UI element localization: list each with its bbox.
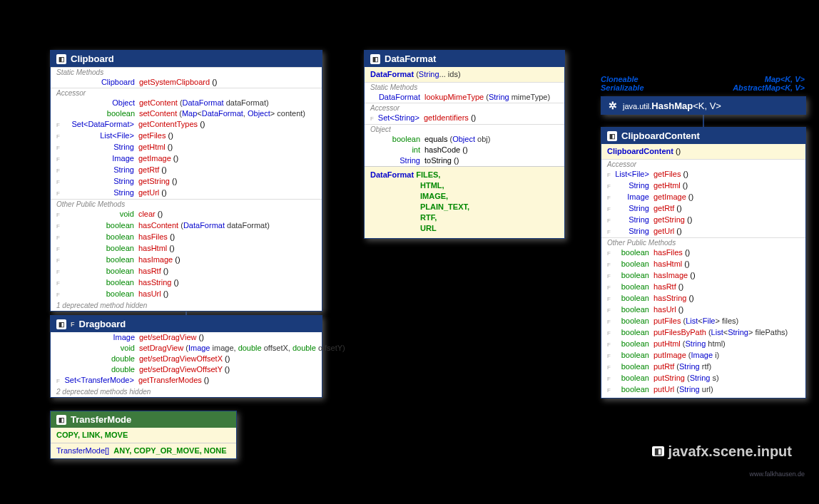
connector-hashmap-cc [703, 115, 704, 128]
package-label: ◧ javafx.scene.input [652, 443, 792, 460]
class-dataformat: ◧DataFormat DataFormat (String... ids) S… [364, 50, 565, 239]
df-fields: DataFormat FILES, HTML, IMAGE, PLAIN_TEX… [365, 166, 564, 238]
cc-hasRtf: FbooleanhasRtf () [601, 282, 805, 293]
transfermode-constants: TransferMode[] ANY, COPY_OR_MOVE, NONE [51, 443, 236, 458]
dataformat-header: ◧DataFormat [365, 51, 564, 67]
interfaces-right: Map<K, V>AbstractMap<K, V> [733, 75, 805, 92]
dragboard-header: ◧FDragboard [51, 316, 322, 332]
class-icon: ◧ [370, 54, 380, 64]
m-getRtf: FStringgetRtf () [51, 165, 322, 176]
cc-getHtml: FStringgetHtml () [601, 180, 805, 192]
m-hashCode: inthashCode () [365, 145, 564, 155]
cc-putString: FbooleanputString (String s) [601, 373, 805, 384]
df-section-object: Object [365, 124, 564, 134]
class-icon: ◧ [56, 54, 66, 64]
m-hasFiles: FbooleanhasFiles () [51, 232, 322, 243]
section-other: Other Public Methods [51, 199, 322, 209]
gear-icon: ✲ [607, 100, 619, 111]
m-lookupMimeType: DataFormatlookupMimeType (String mimeTyp… [365, 92, 564, 103]
cc-getFiles: FList<File>getFiles () [601, 169, 805, 180]
m-setContent: booleansetContent (Map<DataFormat, Objec… [51, 108, 322, 119]
class-dragboard: ◧FDragboard Imageget/setDragView () void… [50, 315, 322, 398]
df-section-accessor: Accessor [365, 103, 564, 113]
cc-hasImage: FbooleanhasImage () [601, 270, 805, 282]
m-getHtml: FStringgetHtml () [51, 142, 322, 153]
df-section-static: Static Methods [365, 82, 564, 92]
m-getFiles: FList<File>getFiles () [51, 130, 322, 142]
enum-icon: ◧ [56, 415, 66, 425]
m-hasContent: FbooleanhasContent (DataFormat dataForma… [51, 220, 322, 232]
cc-putHtml: FbooleanputHtml (String html) [601, 339, 805, 350]
section-static: Static Methods [51, 67, 322, 77]
class-icon: ◧ [56, 319, 66, 329]
class-clipboard: ◧Clipboard Static Methods ClipboardgetSy… [50, 50, 322, 312]
m-dragViewOffsetY: doubleget/setDragViewOffsetY () [51, 364, 322, 375]
m-getImage: FImagegetImage () [51, 153, 322, 165]
cc-section-accessor: Accessor [601, 159, 805, 169]
m-getTransferModes: FSet<TransferMode>getTransferModes () [51, 375, 322, 386]
cc-putImage: FbooleanputImage (Image i) [601, 350, 805, 361]
transfermode-header: ◧TransferMode [51, 411, 236, 428]
cc-putRtf: FbooleanputRtf (String rtf) [601, 361, 805, 373]
cc-hasFiles: FbooleanhasFiles () [601, 247, 805, 259]
cc-getString: FStringgetString () [601, 215, 805, 226]
class-clipboardcontent: ◧ClipboardContent ClipboardContent () Ac… [601, 127, 806, 398]
m-getContent: ObjectgetContent (DataFormat dataFormat) [51, 98, 322, 108]
m-hasImage: FbooleanhasImage () [51, 254, 322, 266]
cc-header: ◧ClipboardContent [601, 128, 805, 144]
cc-putUrl: FbooleanputUrl (String url) [601, 384, 805, 398]
m-getSystemClipboard: ClipboardgetSystemClipboard () [51, 77, 322, 88]
class-icon: ◧ [607, 131, 617, 141]
class-transfermode: ◧TransferMode COPY, LINK, MOVE TransferM… [50, 411, 237, 459]
m-setDragView2: voidsetDragView (Image image, double off… [51, 343, 322, 354]
transfermode-values: COPY, LINK, MOVE [51, 428, 236, 443]
section-accessor: Accessor [51, 88, 322, 98]
m-toString: StringtoString () [365, 155, 564, 166]
m-hasRtf: FbooleanhasRtf () [51, 266, 322, 277]
m-clear: Fvoidclear () [51, 209, 322, 220]
cc-hasUrl: FbooleanhasUrl () [601, 304, 805, 316]
clipboard-deprecated-note: 1 deprecated method hidden [51, 300, 322, 311]
m-getUrl: FStringgetUrl () [51, 187, 322, 199]
cc-ctor: ClipboardContent () [601, 144, 805, 159]
cc-putFilesByPath: FbooleanputFilesByPath (List<String> fil… [601, 327, 805, 339]
dragboard-deprecated-note: 2 deprecated methods hidden [51, 386, 322, 397]
m-hasHtml: FbooleanhasHtml () [51, 243, 322, 254]
m-getString: FStringgetString () [51, 176, 322, 187]
class-hashmap: ✲java.util.HashMap<K, V> [601, 96, 806, 115]
cc-getRtf: FStringgetRtf () [601, 203, 805, 215]
cc-hasString: FbooleanhasString () [601, 293, 805, 304]
m-equals: booleanequals (Object obj) [365, 134, 564, 145]
m-dragView: Imageget/setDragView () [51, 332, 322, 343]
m-getIdentifiers: FSet<String>getIdentifiers () [365, 113, 564, 124]
cc-getImage: FImagegetImage () [601, 192, 805, 203]
credit-link: www.falkhausen.de [749, 470, 805, 478]
hashmap-header: ✲java.util.HashMap<K, V> [601, 97, 805, 114]
cc-section-other: Other Public Methods [601, 237, 805, 247]
m-dragViewOffsetX: doubleget/setDragViewOffsetX () [51, 354, 322, 364]
cc-putFiles: FbooleanputFiles (List<File> files) [601, 316, 805, 327]
m-hasString: FbooleanhasString () [51, 277, 322, 289]
clipboard-header: ◧Clipboard [51, 51, 322, 67]
interfaces-left: CloneableSerializable [601, 75, 644, 92]
cc-hasHtml: FbooleanhasHtml () [601, 259, 805, 270]
m-hasUrl: FbooleanhasUrl () [51, 289, 322, 300]
m-getContentTypes: FSet<DataFormat>getContentTypes () [51, 119, 322, 130]
cc-getUrl: FStringgetUrl () [601, 226, 805, 237]
dataformat-ctor: DataFormat (String... ids) [365, 67, 564, 82]
